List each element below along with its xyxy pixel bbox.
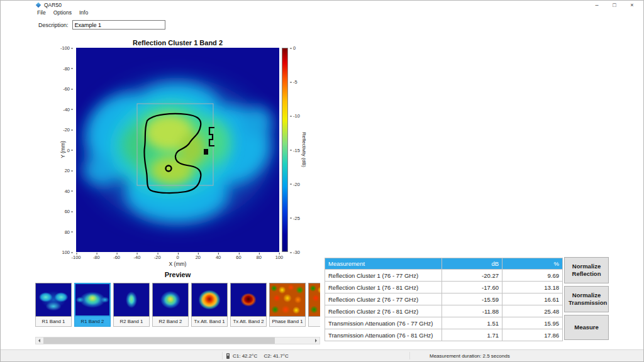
measurement-pct: 15.95 bbox=[502, 317, 563, 329]
ytick-label: -20 bbox=[63, 127, 70, 133]
scroll-right-arrow-icon[interactable] bbox=[312, 337, 319, 344]
thumbnail-image[interactable] bbox=[113, 283, 150, 317]
temperature-c2: C2: 41.7°C bbox=[264, 353, 288, 359]
qar50-window: QAR50 – □ × File Options Info Descriptio… bbox=[0, 0, 644, 362]
heatmap-plot bbox=[76, 48, 279, 252]
xtick-label: 20 bbox=[196, 255, 201, 260]
measurement-pct: 13.18 bbox=[502, 282, 563, 293]
normalize-reflection-button[interactable]: Normalize Reflection bbox=[564, 257, 609, 283]
preview-thumb-r1-band2[interactable]: R1 Band 2 bbox=[74, 283, 111, 331]
preview-thumb-txatt-band1[interactable]: Tx Att. Band 1 bbox=[191, 283, 228, 331]
table-row[interactable]: Reflection Cluster 1 (76 - 77 GHz) -20.2… bbox=[325, 270, 563, 282]
ytick-label: 40 bbox=[65, 188, 70, 194]
measurement-pct: 16.61 bbox=[502, 293, 563, 305]
measurement-db: -11.88 bbox=[442, 305, 502, 317]
preview-thumb-r2-band2[interactable]: R2 Band 2 bbox=[152, 283, 189, 331]
thumbnail-label: Phase Band 1 bbox=[269, 317, 306, 327]
measurement-name: Reflection Cluster 2 (76 - 81 GHz) bbox=[325, 305, 442, 317]
close-button[interactable]: × bbox=[623, 1, 641, 9]
statusbar: C1: 42.2°C C2: 41.7°C Measurement durati… bbox=[1, 349, 643, 361]
header-measurement: Measurement bbox=[325, 258, 442, 270]
measurement-db: -20.27 bbox=[442, 270, 502, 282]
preview-thumb-txatt-band2[interactable]: Tx Att. Band 2 bbox=[230, 283, 267, 331]
preview-title: Preview bbox=[76, 271, 279, 278]
thumbnail-image[interactable] bbox=[191, 283, 228, 317]
measurement-name: Reflection Cluster 2 (76 - 77 GHz) bbox=[325, 293, 442, 305]
header-db: dB bbox=[442, 258, 502, 270]
xtick-label: 40 bbox=[216, 255, 221, 260]
thumbnail-label: R2 Band 1 bbox=[113, 317, 150, 327]
x-axis: -100-80-60-40-20020406080100 bbox=[76, 253, 279, 260]
header-percent: % bbox=[502, 258, 563, 270]
measurement-db: -15.59 bbox=[442, 293, 502, 305]
ytick-label: -60 bbox=[63, 86, 70, 92]
cbtick-label: 0 bbox=[293, 45, 296, 51]
table-row[interactable]: Reflection Cluster 1 (76 - 81 GHz) -17.6… bbox=[325, 282, 563, 293]
cbtick-label: -5 bbox=[293, 79, 297, 85]
preview-thumb-r2-band1[interactable]: R2 Band 1 bbox=[113, 283, 150, 331]
xtick-label: -60 bbox=[113, 255, 120, 260]
measurement-name: Reflection Cluster 1 (76 - 77 GHz) bbox=[325, 270, 442, 282]
measurement-pct: 9.69 bbox=[502, 270, 563, 282]
minimize-button[interactable]: – bbox=[588, 1, 606, 9]
scrollbar-thumb[interactable] bbox=[43, 337, 275, 344]
description-row: Description: bbox=[38, 20, 165, 30]
table-row[interactable]: Reflection Cluster 2 (76 - 77 GHz) -15.5… bbox=[325, 293, 563, 305]
table-row[interactable]: Transmission Attenuation (76 - 81 GHz) 1… bbox=[325, 329, 563, 341]
ytick-label: -100 bbox=[60, 45, 70, 51]
menu-options[interactable]: Options bbox=[50, 9, 75, 16]
horizontal-scrollbar[interactable] bbox=[35, 337, 320, 344]
thumbnail-image[interactable] bbox=[74, 283, 111, 317]
scrollbar-track[interactable] bbox=[43, 337, 312, 344]
window-controls: – □ × bbox=[588, 1, 641, 9]
measurement-name: Transmission Attenuation (76 - 77 GHz) bbox=[325, 317, 442, 329]
ytick-label: 20 bbox=[65, 168, 70, 173]
maximize-button[interactable]: □ bbox=[606, 1, 623, 9]
description-input[interactable] bbox=[72, 20, 165, 30]
measurement-name: Transmission Attenuation (76 - 81 GHz) bbox=[325, 329, 442, 341]
ytick-label: -40 bbox=[63, 106, 70, 112]
thumbnail-label: Tx Att. Band 1 bbox=[191, 317, 228, 327]
contour-square bbox=[204, 149, 208, 155]
menu-info[interactable]: Info bbox=[75, 9, 92, 16]
thumbnail-label: Ph bbox=[308, 317, 320, 327]
xtick-label: 60 bbox=[236, 255, 241, 260]
xtick-label: 80 bbox=[257, 255, 262, 260]
preview-thumb-phase-band2[interactable]: Ph bbox=[308, 283, 320, 331]
table-row[interactable]: Transmission Attenuation (76 - 77 GHz) 1… bbox=[325, 317, 563, 329]
thumbnail-image[interactable] bbox=[308, 283, 320, 317]
thumbnail-image[interactable] bbox=[152, 283, 189, 317]
normalize-transmission-button[interactable]: Normalize Transmission bbox=[564, 286, 609, 312]
xtick-label: -40 bbox=[133, 255, 140, 260]
thumbnail-image[interactable] bbox=[230, 283, 267, 317]
app-icon bbox=[36, 3, 41, 8]
colorbar bbox=[282, 48, 288, 252]
thumbnail-image[interactable] bbox=[35, 283, 72, 317]
measurement-name: Reflection Cluster 1 (76 - 81 GHz) bbox=[325, 282, 442, 293]
preview-thumb-phase-band1[interactable]: Phase Band 1 bbox=[269, 283, 306, 331]
statusbar-divider bbox=[222, 352, 223, 359]
description-label: Description: bbox=[38, 22, 69, 28]
ytick-label: 80 bbox=[65, 229, 70, 234]
table-row[interactable]: Reflection Cluster 2 (76 - 81 GHz) -11.8… bbox=[325, 305, 563, 317]
scroll-left-arrow-icon[interactable] bbox=[36, 337, 43, 344]
cbtick-label: -30 bbox=[293, 250, 300, 255]
ytick-label: -80 bbox=[63, 65, 70, 71]
measure-button[interactable]: Measure bbox=[564, 315, 609, 340]
temperature-c1: C1: 42.2°C bbox=[233, 353, 257, 359]
temperature-icon bbox=[226, 353, 230, 359]
xtick-label: 0 bbox=[176, 255, 179, 260]
preview-thumb-r1-band1[interactable]: R1 Band 1 bbox=[35, 283, 72, 331]
thumbnail-label: R1 Band 2 bbox=[74, 317, 111, 327]
thumbnail-image[interactable] bbox=[269, 283, 306, 317]
cbtick-label: -10 bbox=[293, 113, 300, 119]
ytick-label: 0 bbox=[67, 147, 70, 153]
statusbar-divider bbox=[409, 352, 410, 359]
y-axis-label: Y (mm) bbox=[60, 141, 66, 158]
menu-file[interactable]: File bbox=[33, 9, 50, 16]
temperature-readout: C1: 42.2°C C2: 41.7°C bbox=[233, 353, 294, 359]
measurement-pct: 25.48 bbox=[502, 305, 563, 317]
preview-strip: R1 Band 1 R1 Band 2 R2 Band 1 R2 Band 2 … bbox=[35, 283, 320, 331]
cbtick-label: -15 bbox=[293, 147, 300, 153]
measurement-db: 1.71 bbox=[442, 329, 502, 341]
